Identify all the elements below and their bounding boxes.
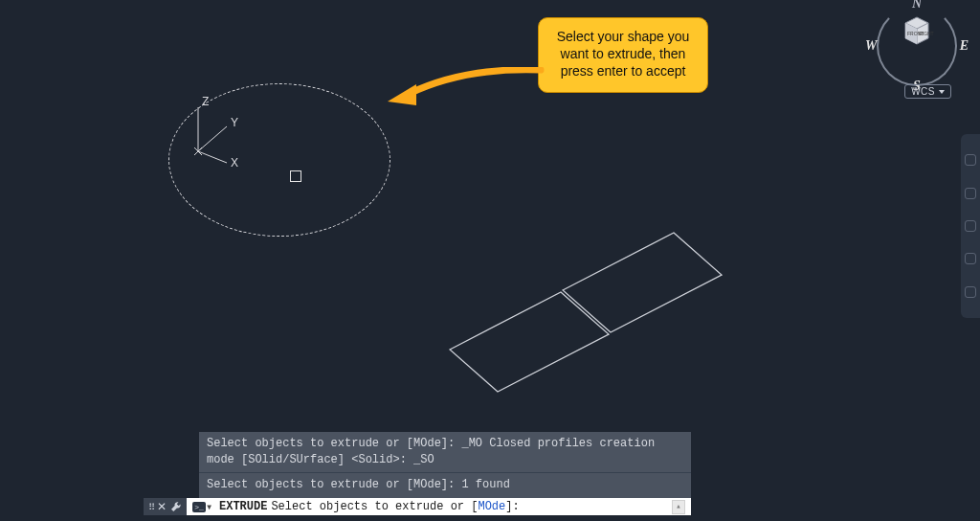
svg-marker-2 — [388, 84, 416, 105]
active-command: EXTRUDE — [219, 500, 267, 513]
selected-ellipse[interactable] — [168, 83, 390, 237]
navbar-button[interactable] — [965, 253, 976, 264]
command-input[interactable]: >_ ▾ EXTRUDE Select objects to extrude o… — [187, 498, 691, 515]
command-line-controls: ⠿ ✕ — [144, 498, 187, 515]
command-line[interactable]: ⠿ ✕ >_ ▾ EXTRUDE Select objects to extru… — [144, 498, 691, 515]
pickbox-cursor — [290, 170, 301, 182]
instruction-text: Select your shape you want to extrude, t… — [557, 29, 690, 79]
compass-w[interactable]: W — [865, 38, 877, 54]
wcs-badge[interactable]: WCS — [904, 84, 951, 99]
chevron-down-icon — [939, 90, 945, 94]
recent-commands-caret[interactable]: ▾ — [206, 500, 213, 514]
navigation-bar[interactable] — [961, 134, 980, 318]
drag-handle-icon[interactable]: ⠿ — [148, 502, 153, 512]
compass-n: N — [912, 0, 922, 11]
callout-arrow — [388, 67, 550, 115]
navbar-button[interactable] — [965, 154, 976, 166]
terminal-icon: >_ — [192, 502, 206, 512]
viewcube-cube[interactable]: FRONT RIGHT — [898, 11, 936, 50]
svg-marker-0 — [450, 292, 609, 392]
svg-marker-1 — [563, 233, 722, 332]
navbar-button[interactable] — [965, 188, 976, 199]
history-expand-icon[interactable]: ▴ — [672, 500, 685, 514]
navbar-button[interactable] — [965, 286, 976, 298]
navbar-button[interactable] — [965, 220, 976, 232]
command-prompt: Select objects to extrude or [MOde]: — [271, 500, 519, 513]
command-history: Select objects to extrude or [MOde]: _MO… — [199, 432, 691, 498]
svg-text:RIGHT: RIGHT — [919, 31, 934, 36]
history-line: Select objects to extrude or [MOde]: 1 f… — [207, 477, 683, 493]
close-icon[interactable]: ✕ — [157, 501, 167, 512]
instruction-callout: Select your shape you want to extrude, t… — [538, 17, 708, 93]
customize-icon[interactable] — [170, 501, 182, 512]
drawing-canvas[interactable]: X Y Z Select your shape you want to extr… — [0, 0, 980, 521]
history-line: Select objects to extrude or [MOde]: _MO… — [207, 436, 683, 469]
viewcube[interactable]: N S E W FRONT RIGHT — [871, 0, 963, 92]
command-option[interactable]: MOde — [478, 500, 505, 513]
compass-e[interactable]: E — [960, 38, 969, 54]
